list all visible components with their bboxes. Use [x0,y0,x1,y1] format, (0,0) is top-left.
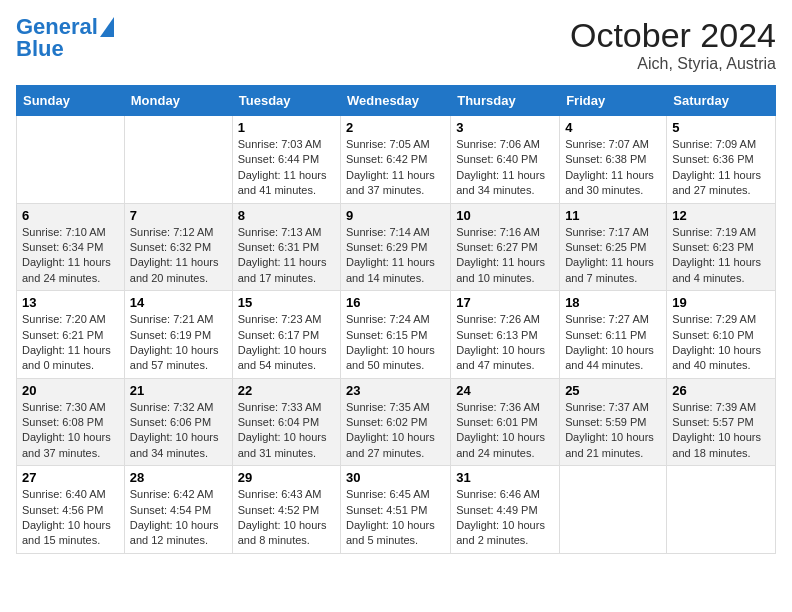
cell-info: Sunrise: 7:33 AMSunset: 6:04 PMDaylight:… [238,400,335,462]
cell-info: Sunrise: 7:26 AMSunset: 6:13 PMDaylight:… [456,312,554,374]
cell-info: Sunrise: 7:10 AMSunset: 6:34 PMDaylight:… [22,225,119,287]
day-number: 30 [346,470,445,485]
day-number: 8 [238,208,335,223]
page-header: General Blue October 2024 Aich, Styria, … [16,16,776,73]
calendar-cell: 30Sunrise: 6:45 AMSunset: 4:51 PMDayligh… [341,466,451,554]
column-header-monday: Monday [124,86,232,116]
logo-text: General [16,16,98,38]
column-header-sunday: Sunday [17,86,125,116]
calendar-cell: 25Sunrise: 7:37 AMSunset: 5:59 PMDayligh… [560,378,667,466]
day-number: 13 [22,295,119,310]
cell-info: Sunrise: 7:14 AMSunset: 6:29 PMDaylight:… [346,225,445,287]
day-number: 21 [130,383,227,398]
column-header-friday: Friday [560,86,667,116]
cell-info: Sunrise: 7:29 AMSunset: 6:10 PMDaylight:… [672,312,770,374]
day-number: 24 [456,383,554,398]
calendar-cell [560,466,667,554]
week-row-3: 13Sunrise: 7:20 AMSunset: 6:21 PMDayligh… [17,291,776,379]
week-row-4: 20Sunrise: 7:30 AMSunset: 6:08 PMDayligh… [17,378,776,466]
calendar-cell: 11Sunrise: 7:17 AMSunset: 6:25 PMDayligh… [560,203,667,291]
calendar-cell: 29Sunrise: 6:43 AMSunset: 4:52 PMDayligh… [232,466,340,554]
cell-info: Sunrise: 7:03 AMSunset: 6:44 PMDaylight:… [238,137,335,199]
calendar-cell: 24Sunrise: 7:36 AMSunset: 6:01 PMDayligh… [451,378,560,466]
cell-info: Sunrise: 7:39 AMSunset: 5:57 PMDaylight:… [672,400,770,462]
day-number: 29 [238,470,335,485]
calendar-cell: 12Sunrise: 7:19 AMSunset: 6:23 PMDayligh… [667,203,776,291]
logo: General Blue [16,16,114,60]
day-number: 12 [672,208,770,223]
calendar-cell: 21Sunrise: 7:32 AMSunset: 6:06 PMDayligh… [124,378,232,466]
calendar-cell: 19Sunrise: 7:29 AMSunset: 6:10 PMDayligh… [667,291,776,379]
cell-info: Sunrise: 7:17 AMSunset: 6:25 PMDaylight:… [565,225,661,287]
calendar-cell: 15Sunrise: 7:23 AMSunset: 6:17 PMDayligh… [232,291,340,379]
column-header-saturday: Saturday [667,86,776,116]
day-number: 5 [672,120,770,135]
cell-info: Sunrise: 6:43 AMSunset: 4:52 PMDaylight:… [238,487,335,549]
day-number: 26 [672,383,770,398]
day-number: 20 [22,383,119,398]
day-number: 31 [456,470,554,485]
calendar-cell [17,116,125,204]
day-number: 17 [456,295,554,310]
cell-info: Sunrise: 7:24 AMSunset: 6:15 PMDaylight:… [346,312,445,374]
day-number: 25 [565,383,661,398]
calendar-cell: 22Sunrise: 7:33 AMSunset: 6:04 PMDayligh… [232,378,340,466]
calendar-cell: 26Sunrise: 7:39 AMSunset: 5:57 PMDayligh… [667,378,776,466]
column-header-tuesday: Tuesday [232,86,340,116]
cell-info: Sunrise: 7:06 AMSunset: 6:40 PMDaylight:… [456,137,554,199]
logo-triangle-icon [100,17,114,37]
cell-info: Sunrise: 7:20 AMSunset: 6:21 PMDaylight:… [22,312,119,374]
day-number: 1 [238,120,335,135]
day-number: 19 [672,295,770,310]
cell-info: Sunrise: 7:07 AMSunset: 6:38 PMDaylight:… [565,137,661,199]
column-header-wednesday: Wednesday [341,86,451,116]
calendar-cell: 18Sunrise: 7:27 AMSunset: 6:11 PMDayligh… [560,291,667,379]
calendar-cell: 6Sunrise: 7:10 AMSunset: 6:34 PMDaylight… [17,203,125,291]
cell-info: Sunrise: 6:46 AMSunset: 4:49 PMDaylight:… [456,487,554,549]
cell-info: Sunrise: 7:09 AMSunset: 6:36 PMDaylight:… [672,137,770,199]
logo-blue-text: Blue [16,38,64,60]
cell-info: Sunrise: 7:19 AMSunset: 6:23 PMDaylight:… [672,225,770,287]
week-row-2: 6Sunrise: 7:10 AMSunset: 6:34 PMDaylight… [17,203,776,291]
calendar-cell: 27Sunrise: 6:40 AMSunset: 4:56 PMDayligh… [17,466,125,554]
cell-info: Sunrise: 6:45 AMSunset: 4:51 PMDaylight:… [346,487,445,549]
day-number: 7 [130,208,227,223]
day-number: 23 [346,383,445,398]
cell-info: Sunrise: 7:05 AMSunset: 6:42 PMDaylight:… [346,137,445,199]
day-number: 27 [22,470,119,485]
calendar-cell: 1Sunrise: 7:03 AMSunset: 6:44 PMDaylight… [232,116,340,204]
day-number: 14 [130,295,227,310]
calendar-subtitle: Aich, Styria, Austria [570,55,776,73]
day-number: 9 [346,208,445,223]
calendar-cell: 23Sunrise: 7:35 AMSunset: 6:02 PMDayligh… [341,378,451,466]
week-row-1: 1Sunrise: 7:03 AMSunset: 6:44 PMDaylight… [17,116,776,204]
day-number: 15 [238,295,335,310]
title-block: October 2024 Aich, Styria, Austria [570,16,776,73]
day-number: 10 [456,208,554,223]
cell-info: Sunrise: 6:42 AMSunset: 4:54 PMDaylight:… [130,487,227,549]
calendar-cell: 8Sunrise: 7:13 AMSunset: 6:31 PMDaylight… [232,203,340,291]
header-row: SundayMondayTuesdayWednesdayThursdayFrid… [17,86,776,116]
day-number: 4 [565,120,661,135]
calendar-cell [124,116,232,204]
cell-info: Sunrise: 7:12 AMSunset: 6:32 PMDaylight:… [130,225,227,287]
cell-info: Sunrise: 7:35 AMSunset: 6:02 PMDaylight:… [346,400,445,462]
calendar-table: SundayMondayTuesdayWednesdayThursdayFrid… [16,85,776,554]
calendar-cell: 20Sunrise: 7:30 AMSunset: 6:08 PMDayligh… [17,378,125,466]
calendar-cell: 16Sunrise: 7:24 AMSunset: 6:15 PMDayligh… [341,291,451,379]
cell-info: Sunrise: 7:21 AMSunset: 6:19 PMDaylight:… [130,312,227,374]
calendar-cell: 2Sunrise: 7:05 AMSunset: 6:42 PMDaylight… [341,116,451,204]
week-row-5: 27Sunrise: 6:40 AMSunset: 4:56 PMDayligh… [17,466,776,554]
day-number: 11 [565,208,661,223]
cell-info: Sunrise: 7:37 AMSunset: 5:59 PMDaylight:… [565,400,661,462]
cell-info: Sunrise: 7:13 AMSunset: 6:31 PMDaylight:… [238,225,335,287]
calendar-cell: 7Sunrise: 7:12 AMSunset: 6:32 PMDaylight… [124,203,232,291]
day-number: 3 [456,120,554,135]
calendar-cell: 3Sunrise: 7:06 AMSunset: 6:40 PMDaylight… [451,116,560,204]
cell-info: Sunrise: 7:32 AMSunset: 6:06 PMDaylight:… [130,400,227,462]
calendar-cell: 4Sunrise: 7:07 AMSunset: 6:38 PMDaylight… [560,116,667,204]
day-number: 16 [346,295,445,310]
calendar-cell: 31Sunrise: 6:46 AMSunset: 4:49 PMDayligh… [451,466,560,554]
calendar-title: October 2024 [570,16,776,55]
cell-info: Sunrise: 7:36 AMSunset: 6:01 PMDaylight:… [456,400,554,462]
